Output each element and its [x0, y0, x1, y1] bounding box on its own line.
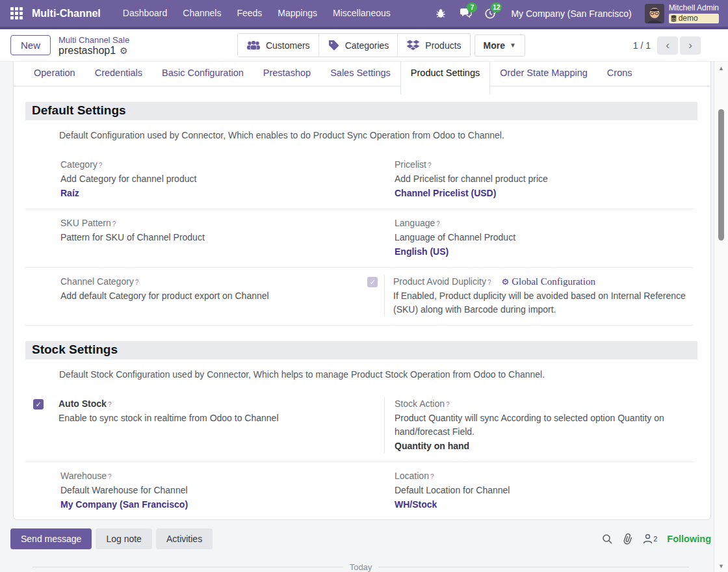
vertical-scrollbar[interactable]: ▲ ▼: [714, 62, 728, 572]
menu-channels[interactable]: Channels: [175, 0, 229, 27]
tab-prestashop[interactable]: Prestashop: [254, 62, 320, 84]
activities-tray-button[interactable]: 12: [480, 4, 500, 23]
actions-gear-icon[interactable]: ⚙: [120, 46, 128, 56]
date-divider: Today: [32, 562, 689, 572]
stock-settings-grid: ✓ Auto Stock? Enable to sync stock in re…: [25, 390, 694, 520]
paperclip-icon: [623, 533, 633, 545]
field-product-avoid-duplicity: ✓ Product Avoid Duplicity? ⚙Global Confi…: [359, 268, 694, 326]
tab-crons[interactable]: Crons: [597, 62, 642, 84]
product-avoid-duplicity-label: Product Avoid Duplicity: [393, 275, 486, 289]
apps-grid-icon[interactable]: [10, 7, 23, 20]
auto-stock-checkbox[interactable]: ✓: [33, 399, 44, 410]
tab-sales-settings[interactable]: Sales Settings: [320, 62, 400, 84]
field-stock-action: Stock Action? Product Quantity will sync…: [359, 390, 694, 462]
location-value[interactable]: WH/Stock: [395, 498, 510, 512]
help-icon[interactable]: ?: [108, 470, 112, 484]
help-icon[interactable]: ?: [135, 276, 139, 289]
tab-operation[interactable]: Operation: [24, 62, 85, 84]
sku-pattern-desc: Pattern for SKU of Channel Product: [60, 231, 205, 244]
search-icon: [602, 534, 613, 545]
field-warehouse: Warehouse? Default Warehouse for Channel…: [25, 462, 359, 520]
language-value[interactable]: English (US): [395, 245, 515, 259]
app-brand[interactable]: Multi-Channel: [32, 8, 101, 20]
pricelist-value[interactable]: Channel Pricelist (USD): [395, 187, 548, 200]
menu-dashboard[interactable]: Dashboard: [115, 0, 176, 27]
menu-feeds[interactable]: Feeds: [229, 0, 270, 27]
date-divider-label: Today: [350, 562, 372, 572]
database-badge: demo: [669, 14, 719, 23]
following-toggle[interactable]: Following: [667, 534, 711, 544]
user-menu[interactable]: Mitchell Admin demo: [645, 4, 719, 23]
debug-bug-icon[interactable]: [430, 4, 451, 23]
chatter-toolbar: Send message Log note Activities 2 Follo…: [10, 528, 711, 549]
follower-person-icon: [643, 534, 653, 544]
form-sheet: Operation Credentials Basic Configuratio…: [13, 62, 711, 520]
scroll-down-arrow-icon[interactable]: ▼: [714, 563, 728, 569]
menu-mappings[interactable]: Mappings: [270, 0, 325, 27]
search-messages-button[interactable]: [602, 534, 613, 545]
tab-order-state-mapping[interactable]: Order State Mapping: [490, 62, 597, 84]
help-icon[interactable]: ?: [430, 470, 434, 484]
field-sku-pattern: SKU Pattern? Pattern for SKU of Channel …: [25, 209, 359, 268]
location-desc: Default Location for Channel: [395, 484, 510, 497]
product-avoid-duplicity-desc: If Enabled, Product duplicity will be av…: [393, 289, 687, 317]
attach-files-button[interactable]: [623, 533, 633, 545]
notebook-tabs: Operation Credentials Basic Configuratio…: [14, 62, 710, 86]
warehouse-value[interactable]: My Company (San Francisco): [60, 498, 188, 512]
more-button[interactable]: More ▼: [474, 34, 525, 57]
pager-previous-button[interactable]: ‹: [657, 36, 678, 55]
new-button[interactable]: New: [10, 35, 51, 55]
breadcrumb-parent[interactable]: Multi Channel Sale: [58, 35, 129, 46]
language-desc: Language of Channel Product: [395, 231, 515, 244]
products-box-icon: [406, 40, 420, 51]
log-note-button[interactable]: Log note: [96, 528, 152, 549]
channel-category-label: Channel Category: [60, 275, 134, 289]
messages-tray-button[interactable]: 7: [455, 4, 476, 23]
channel-category-desc: Add default Category for product export …: [60, 289, 269, 303]
default-settings-grid: Category? Add Category for channel produ…: [25, 151, 694, 326]
top-navbar: Multi-Channel Dashboard Channels Feeds M…: [0, 0, 728, 29]
sku-pattern-label: SKU Pattern: [60, 216, 111, 230]
help-icon[interactable]: ?: [488, 276, 491, 289]
field-pricelist: Pricelist? Add Pricelist for channel pro…: [359, 151, 694, 209]
scroll-up-arrow-icon[interactable]: ▲: [714, 65, 728, 72]
tab-credentials[interactable]: Credentials: [85, 62, 152, 84]
language-label: Language: [395, 216, 435, 230]
pricelist-desc: Add Pricelist for channel product price: [395, 172, 548, 186]
pager: 1 / 1 ‹ ›: [633, 36, 701, 55]
help-icon[interactable]: ?: [99, 159, 103, 172]
users-icon: [246, 40, 261, 50]
followers-button[interactable]: 2: [643, 534, 657, 544]
more-label: More: [484, 40, 505, 51]
tag-icon: [328, 39, 340, 51]
products-label: Products: [425, 40, 461, 51]
help-icon[interactable]: ?: [112, 217, 116, 231]
tab-product-settings[interactable]: Product Settings: [400, 62, 490, 94]
stock-action-label: Stock Action: [395, 397, 445, 411]
global-configuration-link[interactable]: ⚙Global Configuration: [502, 275, 595, 289]
stock-action-value[interactable]: Quantity on hand: [395, 439, 687, 453]
send-message-button[interactable]: Send message: [10, 528, 92, 549]
help-icon[interactable]: ?: [446, 398, 450, 411]
tab-basic-configuration[interactable]: Basic Configuration: [152, 62, 254, 84]
messages-count-badge: 7: [467, 3, 477, 12]
categories-button[interactable]: Categories: [319, 34, 398, 57]
scrollbar-thumb[interactable]: [718, 109, 724, 240]
pager-next-button[interactable]: ›: [680, 36, 701, 55]
pager-count: 1 / 1: [633, 40, 651, 51]
products-button[interactable]: Products: [398, 34, 469, 57]
help-icon[interactable]: ?: [428, 159, 432, 172]
help-icon[interactable]: ?: [108, 398, 112, 411]
customers-button[interactable]: Customers: [238, 34, 319, 57]
menu-miscellaneous[interactable]: Miscellaneous: [325, 0, 398, 27]
field-location: Location? Default Location for Channel W…: [359, 462, 694, 520]
company-switcher[interactable]: My Company (San Francisco): [511, 8, 631, 19]
warehouse-desc: Default Warehouse for Channel: [60, 484, 188, 497]
categories-label: Categories: [345, 40, 389, 51]
category-value[interactable]: Raíz: [60, 187, 196, 200]
activities-button[interactable]: Activities: [156, 528, 213, 549]
help-icon[interactable]: ?: [436, 217, 440, 231]
stock-action-desc: Product Quantity will sync According to …: [395, 411, 687, 439]
main-menu: Dashboard Channels Feeds Mappings Miscel…: [115, 0, 398, 27]
customers-label: Customers: [266, 40, 310, 51]
